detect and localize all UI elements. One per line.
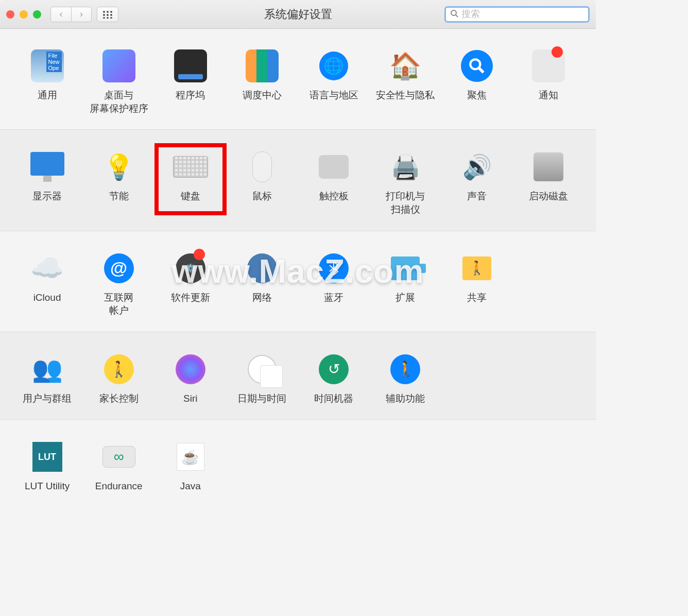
- pref-label: 聚焦: [467, 89, 487, 102]
- swupdate-icon: ⚙️: [173, 251, 208, 286]
- pref-label: 软件更新: [171, 291, 210, 304]
- svg-point-7: [107, 17, 109, 19]
- printers-icon: 🖨️: [388, 149, 423, 184]
- extensions-icon: [388, 251, 423, 286]
- pref-trackpad[interactable]: 触控板: [298, 147, 370, 218]
- pref-label: 共享: [467, 291, 487, 304]
- pref-label: 网络: [252, 291, 272, 304]
- keyboard-icon: [173, 149, 208, 184]
- pref-sound[interactable]: 🔊声音: [441, 147, 513, 218]
- pref-spotlight[interactable]: 聚焦: [441, 46, 513, 117]
- pref-keyboard[interactable]: 键盘: [154, 147, 226, 218]
- pref-label: 家长控制: [99, 392, 139, 405]
- pref-mission[interactable]: 调度中心: [226, 46, 298, 117]
- startup-icon: [531, 149, 566, 184]
- dock-icon: [173, 48, 208, 83]
- language-icon: 🌐: [316, 48, 351, 83]
- pref-startup[interactable]: 启动磁盘: [513, 147, 584, 218]
- toolbar: ‹ › 系统偏好设置: [0, 0, 596, 29]
- pref-accessibility[interactable]: 🚶辅助功能: [370, 350, 441, 407]
- pref-notifications[interactable]: 通知: [513, 46, 584, 117]
- pref-lut[interactable]: LUTLUT Utility: [11, 437, 83, 495]
- search-field[interactable]: [444, 6, 590, 23]
- search-icon: [450, 9, 458, 20]
- endurance-icon: ∞: [101, 439, 136, 474]
- close-button[interactable]: [6, 10, 14, 19]
- svg-point-8: [110, 17, 112, 19]
- sharing-icon: 🚶: [459, 251, 494, 286]
- pref-network[interactable]: 网络: [226, 249, 298, 319]
- mouse-icon: [245, 149, 280, 184]
- pref-section: ☁️iCloud@互联网 帐户⚙️软件更新网络蓝牙扩展🚶共享: [0, 231, 596, 332]
- chevron-right-icon: ›: [80, 9, 83, 20]
- java-icon: ☕: [173, 439, 208, 474]
- displays-icon: [30, 149, 65, 184]
- svg-point-9: [451, 10, 456, 15]
- accessibility-icon: 🚶: [388, 352, 423, 387]
- security-icon: 🏠: [388, 48, 423, 83]
- grid-icon: [102, 10, 113, 19]
- pref-label: 时间机器: [314, 392, 353, 405]
- badge-icon: [194, 249, 205, 260]
- pref-energy[interactable]: 💡节能: [83, 147, 154, 218]
- parental-icon: 🚶: [101, 352, 136, 387]
- pref-label: 键盘: [181, 190, 200, 203]
- users-icon: 👥: [30, 352, 65, 387]
- pref-internet[interactable]: @互联网 帐户: [83, 249, 154, 319]
- timemachine-icon: ↺: [316, 352, 351, 387]
- notifications-icon: [531, 48, 566, 83]
- show-all-button[interactable]: [97, 7, 118, 22]
- system-preferences-window: ‹ › 系统偏好设置 通用桌面与 屏幕保护程序程序坞调度中心🌐语言与地区🏠安全性…: [0, 0, 596, 507]
- pref-extensions[interactable]: 扩展: [370, 249, 441, 319]
- pref-mouse[interactable]: 鼠标: [226, 147, 298, 218]
- pref-label: 鼠标: [252, 190, 272, 203]
- internet-icon: @: [101, 251, 136, 286]
- pref-general[interactable]: 通用: [11, 46, 83, 117]
- pref-sharing[interactable]: 🚶共享: [441, 249, 513, 319]
- pref-printers[interactable]: 🖨️打印机与 扫描仪: [370, 147, 441, 218]
- spotlight-icon: [459, 48, 494, 83]
- pref-security[interactable]: 🏠安全性与隐私: [370, 46, 441, 117]
- pref-label: 程序坞: [176, 89, 205, 102]
- pref-swupdate[interactable]: ⚙️软件更新: [154, 249, 226, 319]
- pref-label: iCloud: [33, 291, 61, 304]
- pref-label: 语言与地区: [309, 89, 358, 102]
- pref-icloud[interactable]: ☁️iCloud: [11, 249, 83, 319]
- pref-dock[interactable]: 程序坞: [154, 46, 226, 117]
- minimize-button[interactable]: [20, 10, 28, 19]
- datetime-icon: [245, 352, 280, 387]
- pref-timemachine[interactable]: ↺时间机器: [298, 350, 370, 407]
- siri-icon: [173, 352, 208, 387]
- window-controls: [6, 10, 41, 19]
- energy-icon: 💡: [101, 149, 136, 184]
- icloud-icon: ☁️: [30, 251, 65, 286]
- svg-point-4: [107, 14, 109, 16]
- mission-icon: [245, 48, 280, 83]
- pref-displays[interactable]: 显示器: [11, 147, 83, 218]
- general-icon: [30, 48, 65, 83]
- pref-users[interactable]: 👥用户与群组: [11, 350, 83, 407]
- svg-point-11: [471, 59, 480, 69]
- pref-bluetooth[interactable]: 蓝牙: [298, 249, 370, 319]
- back-button[interactable]: ‹: [50, 7, 71, 22]
- pref-label: 互联网 帐户: [104, 291, 133, 317]
- forward-button[interactable]: ›: [71, 7, 92, 22]
- pref-label: 日期与时间: [237, 392, 286, 405]
- svg-line-12: [479, 68, 484, 73]
- maximize-button[interactable]: [33, 10, 41, 19]
- nav-buttons: ‹ ›: [50, 7, 92, 22]
- pref-language[interactable]: 🌐语言与地区: [298, 46, 370, 117]
- pref-label: 触控板: [319, 190, 349, 203]
- pref-java[interactable]: ☕Java: [154, 437, 226, 495]
- pref-label: 桌面与 屏幕保护程序: [90, 89, 148, 115]
- pref-desktop[interactable]: 桌面与 屏幕保护程序: [83, 46, 154, 117]
- pref-parental[interactable]: 🚶家长控制: [83, 350, 154, 407]
- pref-label: 通知: [539, 89, 558, 102]
- search-input[interactable]: [461, 9, 584, 20]
- pref-datetime[interactable]: 日期与时间: [226, 350, 298, 407]
- pref-siri[interactable]: Siri: [154, 350, 226, 407]
- svg-point-1: [107, 11, 109, 13]
- pref-label: 辅助功能: [386, 392, 425, 405]
- pref-endurance[interactable]: ∞Endurance: [83, 437, 154, 495]
- network-icon: [245, 251, 280, 286]
